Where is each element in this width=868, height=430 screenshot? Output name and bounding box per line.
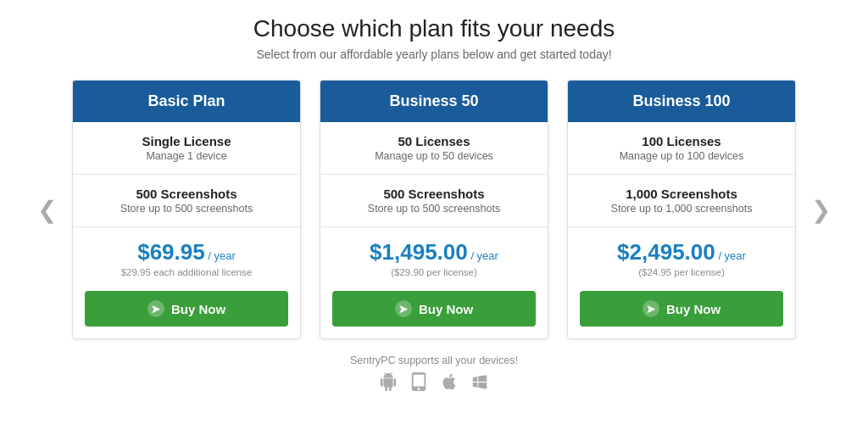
buy-arrow-icon-basic: ➤ xyxy=(147,300,164,317)
price-period-business50: / year xyxy=(468,249,498,262)
plan-card-basic: Basic Plan Single License Manage 1 devic… xyxy=(72,80,301,339)
windows-icon xyxy=(470,372,489,396)
plans-wrapper: ❮ Basic Plan Single License Manage 1 dev… xyxy=(0,80,868,339)
bottom-section: SentryPC supports all your devices! xyxy=(350,355,518,396)
screenshots-section-business50: 500 Screenshots Store up to 500 screensh… xyxy=(320,175,548,227)
price-note-business50: ($29.90 per license) xyxy=(329,267,539,277)
screenshots-sub-business50: Store up to 500 screenshots xyxy=(329,203,539,215)
screenshots-title-business100: 1,000 Screenshots xyxy=(576,187,787,201)
license-title-business50: 50 Licenses xyxy=(329,134,539,148)
plan-header-business100: Business 100 xyxy=(568,81,795,122)
buy-btn-business50[interactable]: ➤ Buy Now xyxy=(332,291,536,327)
apple-icon xyxy=(440,372,459,396)
device-icons xyxy=(350,372,518,396)
plans-container: Basic Plan Single License Manage 1 devic… xyxy=(72,80,796,339)
buy-arrow-icon-business100: ➤ xyxy=(643,300,659,317)
license-section-business50: 50 Licenses Manage up to 50 devices xyxy=(320,122,548,175)
footer-label: SentryPC supports all your devices! xyxy=(350,355,518,366)
screenshots-title-business50: 500 Screenshots xyxy=(329,187,539,201)
plan-header-business50: Business 50 xyxy=(320,81,548,122)
price-section-business100: $2,495.00 / year ($24.95 per license) xyxy=(568,227,795,282)
price-period-business100: / year xyxy=(715,249,746,262)
license-sub-business100: Manage up to 100 devices xyxy=(576,150,787,162)
screenshots-title-basic: 500 Screenshots xyxy=(81,187,292,201)
buy-label-business100: Buy Now xyxy=(666,302,721,316)
price-section-business50: $1,495.00 / year ($29.90 per license) xyxy=(320,227,548,282)
buy-btn-wrap-business100: ➤ Buy Now xyxy=(568,282,795,338)
buy-label-basic: Buy Now xyxy=(171,302,225,316)
buy-btn-wrap-basic: ➤ Buy Now xyxy=(73,282,300,338)
buy-btn-business100[interactable]: ➤ Buy Now xyxy=(580,291,783,327)
plan-card-business100: Business 100 100 Licenses Manage up to 1… xyxy=(567,80,796,339)
page-subtitle: Select from our affordable yearly plans … xyxy=(256,47,611,61)
android-tablet-icon xyxy=(409,372,428,396)
buy-label-business50: Buy Now xyxy=(419,302,473,316)
license-sub-business50: Manage up to 50 devices xyxy=(329,150,539,162)
prev-arrow[interactable]: ❮ xyxy=(22,80,72,339)
screenshots-section-business100: 1,000 Screenshots Store up to 1,000 scre… xyxy=(568,175,795,227)
buy-btn-basic[interactable]: ➤ Buy Now xyxy=(85,291,288,327)
price-period-basic: / year xyxy=(205,249,236,262)
screenshots-sub-basic: Store up to 500 screenshots xyxy=(81,203,292,215)
price-main-business50: $1,495.00 xyxy=(370,239,468,265)
license-title-basic: Single License xyxy=(81,134,292,148)
price-note-business100: ($24.95 per license) xyxy=(576,267,787,277)
plan-card-business50: Business 50 50 Licenses Manage up to 50 … xyxy=(320,80,548,339)
page-title: Choose which plan fits your needs xyxy=(253,15,615,42)
price-section-basic: $69.95 / year $29.95 each additional lic… xyxy=(73,227,300,282)
license-section-basic: Single License Manage 1 device xyxy=(73,122,300,175)
screenshots-section-basic: 500 Screenshots Store up to 500 screensh… xyxy=(73,175,300,227)
license-section-business100: 100 Licenses Manage up to 100 devices xyxy=(568,122,795,175)
license-sub-basic: Manage 1 device xyxy=(81,150,292,162)
price-main-business100: $2,495.00 xyxy=(617,239,715,265)
next-arrow[interactable]: ❯ xyxy=(796,80,846,339)
price-main-basic: $69.95 xyxy=(137,239,205,265)
license-title-business100: 100 Licenses xyxy=(576,134,787,148)
plan-header-basic: Basic Plan xyxy=(73,81,300,122)
buy-btn-wrap-business50: ➤ Buy Now xyxy=(320,282,548,338)
android-icon xyxy=(379,372,398,396)
screenshots-sub-business100: Store up to 1,000 screenshots xyxy=(576,203,787,215)
buy-arrow-icon-business50: ➤ xyxy=(395,300,412,317)
price-note-basic: $29.95 each additional license xyxy=(81,267,292,277)
